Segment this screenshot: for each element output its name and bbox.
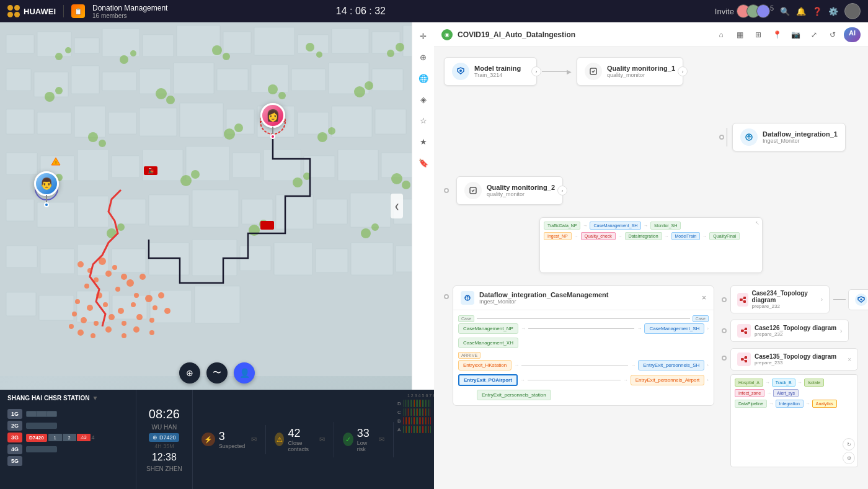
invite-label: Invite bbox=[715, 7, 734, 16]
case135-settings-btn[interactable]: ⚙ bbox=[843, 452, 855, 464]
panel-collapse-btn[interactable]: ❮ bbox=[391, 194, 403, 218]
lowrisk-value: 33 bbox=[357, 427, 373, 440]
line-row-3g: 3G D7420 1 2 ⚠3 4 bbox=[7, 433, 128, 442]
app-members: 16 members bbox=[92, 12, 167, 19]
map-area[interactable]: 🚂 ! 👩 👨 bbox=[0, 22, 434, 390]
train-panel: SHANG HAI CHSR STATION ▼ 1G bbox=[0, 390, 434, 489]
search-icon[interactable]: 🔍 bbox=[780, 7, 790, 16]
node-case135[interactable]: Case135_Topology diagram prepare_233 × bbox=[730, 348, 858, 370]
stat-suspected: ⚡ 3 Suspected ✉ bbox=[193, 425, 267, 454]
case234-icon bbox=[737, 293, 748, 307]
station-dropdown[interactable]: ▼ bbox=[92, 395, 98, 402]
train-id-display: D7420 bbox=[26, 434, 47, 442]
camera-btn[interactable]: 📷 bbox=[788, 27, 803, 42]
user-map-btn[interactable]: 👤 bbox=[234, 362, 255, 384]
stat-lowrisk: ✓ 33 Low risk ✉ bbox=[334, 422, 394, 457]
refresh-btn[interactable]: ↺ bbox=[825, 27, 840, 42]
node-dataflow-case[interactable]: Dataflow_integration_CaseManagement Inge… bbox=[453, 285, 714, 406]
map-user-male: 👨 bbox=[34, 171, 59, 207]
pin-btn[interactable]: 📍 bbox=[769, 27, 784, 42]
node-quality-2[interactable]: Quality monitoring_2 quality_monitor › bbox=[456, 176, 563, 205]
subflow-row-1: Case Case CaseManagement_NP → bbox=[458, 315, 709, 334]
subflow-row-2: CaseManagement_XH bbox=[458, 338, 709, 348]
case-mgmt-section: Dataflow_integration_CaseManagement Inge… bbox=[444, 285, 714, 413]
help-icon[interactable]: ❓ bbox=[812, 7, 822, 16]
seat-row-B: B bbox=[397, 417, 430, 424]
node-dataflow-1[interactable]: Dataflow_integration_1 Ingest_Monitor bbox=[732, 123, 846, 151]
mini-arrow-6: → bbox=[702, 232, 707, 240]
col-num-2: 2 bbox=[411, 393, 414, 398]
case135-scroll-btn[interactable]: ↻ bbox=[843, 438, 855, 451]
case126-arrow: › bbox=[840, 328, 842, 334]
node-case126[interactable]: Case126_Topology diagram prepare_232 › bbox=[730, 320, 849, 342]
train-badge: ⊕ D7420 bbox=[149, 433, 179, 442]
model-training-2-connector: Model training Train_1214 › bbox=[833, 289, 868, 310]
tool-bookmark[interactable]: 🔖 bbox=[415, 154, 432, 171]
workflow-top-row: Model training Train_3214 › ▶ bbox=[444, 57, 858, 86]
badge-2g: 2G bbox=[7, 421, 22, 431]
case234-sub: prepare_232 bbox=[752, 303, 817, 309]
subflow-row-4: EntryExit_POAirport → → EntryExit_person… bbox=[458, 374, 709, 386]
settings-icon[interactable]: ⚙️ bbox=[828, 7, 838, 16]
bell-icon[interactable]: 🔔 bbox=[796, 7, 806, 16]
model-training-expand[interactable]: › bbox=[531, 66, 541, 76]
right-node-column: Case234_Topology diagram prepare_232 › bbox=[722, 285, 858, 467]
tool-star-outline[interactable]: ☆ bbox=[415, 112, 432, 129]
case135-collapse-btn[interactable]: × bbox=[848, 356, 851, 363]
seat-row-D: D bbox=[397, 400, 430, 407]
workflow-bottom-section: Dataflow_integration_CaseManagement Inge… bbox=[444, 285, 858, 467]
contacts-label: Close contacts bbox=[288, 440, 312, 452]
subflow-row-5: EntryExit_personnels_station bbox=[458, 390, 709, 400]
model-training-icon bbox=[452, 63, 469, 80]
quality-1-sublabel: quality_monitor bbox=[607, 72, 675, 78]
home-btn[interactable]: ⌂ bbox=[714, 27, 728, 42]
station-info: SHANG HAI CHSR STATION ▼ 1G bbox=[0, 390, 136, 489]
tool-globe[interactable]: 🌐 bbox=[415, 70, 432, 87]
location-btn[interactable]: ⊕ bbox=[179, 362, 200, 384]
line-row-5g: 5G bbox=[7, 456, 128, 466]
map-bottom-actions: ⊕ 〜 👤 bbox=[179, 362, 255, 384]
seat-row-C: C bbox=[397, 408, 430, 416]
node-quality-1[interactable]: Quality monitoring_1 quality_monitor › bbox=[577, 57, 683, 86]
quality-1-expand[interactable]: › bbox=[678, 66, 688, 76]
huawei-flower-icon bbox=[7, 5, 20, 17]
node-model-training[interactable]: Model training Train_3214 › bbox=[444, 57, 537, 86]
mini-arrow-3: → bbox=[574, 232, 578, 240]
avatar-group: 5 bbox=[740, 4, 774, 18]
grid-btn[interactable]: ▦ bbox=[732, 27, 747, 42]
svg-rect-164 bbox=[740, 298, 742, 301]
case-card-icon bbox=[461, 291, 474, 305]
mini-node-8: QualityFinal bbox=[709, 232, 740, 240]
user-avatar[interactable] bbox=[844, 3, 861, 19]
tool-layer[interactable]: ◈ bbox=[415, 91, 432, 108]
node-case234[interactable]: Case234_Topology diagram prepare_232 › bbox=[730, 285, 830, 313]
network-btn[interactable]: 〜 bbox=[206, 362, 228, 384]
expand-btn[interactable]: ⤢ bbox=[807, 27, 822, 42]
tool-route[interactable]: ⊕ bbox=[415, 48, 432, 66]
right-panel: ◉ COVID19_AI_Auto_DataIngestion ⌂ ▦ ⊞ 📍 … bbox=[434, 22, 868, 489]
workflow-scroll[interactable]: Model training Train_3214 › ▶ bbox=[434, 47, 868, 489]
svg-rect-175 bbox=[741, 358, 743, 361]
ai-button[interactable]: AI bbox=[844, 27, 861, 42]
mini-workflow-diagram: TrafficData_NP → CaseManagement_SH → Mon… bbox=[444, 217, 858, 273]
subnode-entry-sh: EntryExit_personnels_SH bbox=[638, 360, 704, 370]
layers-btn[interactable]: ⊞ bbox=[751, 27, 766, 42]
case135-dot bbox=[722, 356, 727, 361]
node-model-training-2[interactable]: Model training Train_1214 › bbox=[848, 289, 868, 310]
case-card-expand-btn[interactable]: × bbox=[702, 294, 706, 302]
subnode-entry-airport[interactable]: EntryExit_POAirport bbox=[458, 374, 518, 386]
case234-row: Case234_Topology diagram prepare_232 › bbox=[722, 285, 858, 313]
quality-2-expand[interactable]: › bbox=[557, 186, 567, 195]
subnode-case-sh: CaseManagement_SH bbox=[644, 323, 704, 334]
case-card-subtitle: Ingest_Monitor bbox=[479, 298, 697, 305]
tool-star-filled[interactable]: ★ bbox=[415, 133, 432, 150]
qm2-connector-dot bbox=[444, 188, 449, 193]
case135-icon bbox=[737, 352, 751, 366]
tool-move[interactable]: ✛ bbox=[415, 27, 432, 45]
seat-row-A: A bbox=[397, 426, 430, 433]
case234-dot bbox=[722, 297, 727, 302]
svg-point-159 bbox=[459, 70, 462, 72]
suspected-mail-icon: ✉ bbox=[251, 436, 257, 444]
workflow-content: Model training Train_3214 › ▶ bbox=[434, 47, 868, 489]
mini-node-5: Quality_check bbox=[581, 232, 616, 240]
